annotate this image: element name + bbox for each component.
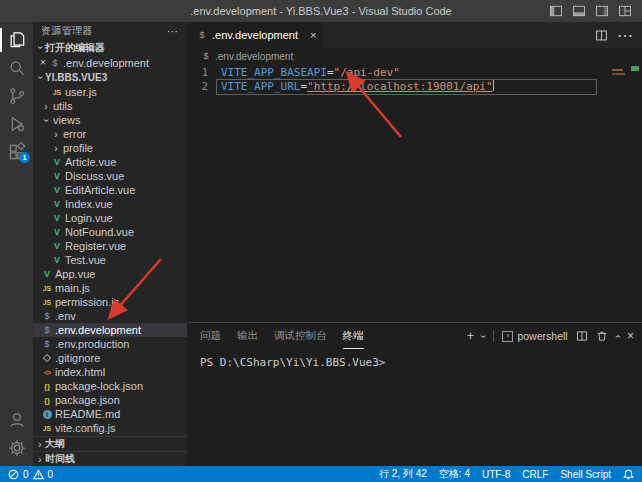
json-icon: {} <box>41 396 53 405</box>
file-name: utils <box>53 100 73 112</box>
toggle-sidebar-icon[interactable] <box>549 5 563 17</box>
file-name: Register.vue <box>65 240 126 252</box>
toggle-panel-icon[interactable] <box>572 5 586 17</box>
file-name: .env.production <box>55 338 129 350</box>
split-terminal-icon[interactable] <box>576 330 588 342</box>
panel-tab-output[interactable]: 输出 <box>237 323 258 349</box>
chevron-right-icon: › <box>51 143 61 154</box>
cursor-position[interactable]: 行 2, 列 42 <box>379 467 427 481</box>
panel-tab-problems[interactable]: 问题 <box>200 323 221 349</box>
search-icon[interactable] <box>0 54 33 82</box>
terminal-profile[interactable]: › powershell <box>502 330 567 342</box>
chevron-right-icon: › <box>35 454 45 465</box>
timeline-section-header[interactable]: › 时间线 <box>33 451 187 466</box>
run-debug-icon[interactable] <box>0 110 33 138</box>
window-title: .env.development - Yi.BBS.Vue3 - Visual … <box>0 5 642 17</box>
status-bar: 0 0 行 2, 列 42 空格: 4 UTF-8 CRLF Shell Scr… <box>0 466 642 482</box>
open-editor-item[interactable]: × $ .env.development <box>33 55 187 70</box>
language-mode[interactable]: Shell Script <box>560 469 611 480</box>
editor-group: $ .env.development × ⋯ $ .env.developmen… <box>187 22 642 466</box>
eol-sequence[interactable]: CRLF <box>522 469 548 480</box>
problems-status[interactable]: 0 0 <box>8 469 53 480</box>
toggle-secondary-sidebar-icon[interactable] <box>595 5 609 17</box>
close-panel-icon[interactable]: × <box>627 329 634 343</box>
settings-gear-icon[interactable] <box>0 434 33 462</box>
code-line[interactable]: 2VITE_APP_URL="http://localhost:19001/ap… <box>187 80 642 94</box>
tree-item[interactable]: <>index.html <box>33 365 187 379</box>
terminal-output[interactable]: PS D:\CSharp\Yi\Yi.BBS.Vue3> <box>187 349 642 369</box>
chevron-down-icon[interactable]: › <box>478 334 489 337</box>
shell-icon: $ <box>196 30 208 40</box>
terminal-profile-label: powershell <box>517 330 567 342</box>
close-icon[interactable]: × <box>310 29 316 41</box>
tree-item[interactable]: VLogin.vue <box>33 211 187 225</box>
line-number: 2 <box>187 80 217 94</box>
code-line[interactable]: 1VITE_APP_BASEAPI="/api-dev" <box>187 66 642 80</box>
explorer-sidebar: 资源管理器 ⋯ › 打开的编辑器 × $ .env.development › … <box>33 22 187 466</box>
vue-icon: V <box>51 213 63 223</box>
tree-item[interactable]: ›views <box>33 113 187 127</box>
extensions-icon[interactable]: 1 <box>0 138 33 166</box>
js-icon: JS <box>41 285 53 292</box>
tree-item[interactable]: JSvite.config.js <box>33 421 187 435</box>
chevron-right-icon: › <box>51 129 61 140</box>
tree-item[interactable]: VNotFound.vue <box>33 225 187 239</box>
tree-item[interactable]: {}package-lock.json <box>33 379 187 393</box>
minimap-line-mark <box>612 73 625 75</box>
tree-item[interactable]: ›error <box>33 127 187 141</box>
customize-layout-icon[interactable] <box>618 5 632 17</box>
notifications-bell-icon[interactable] <box>623 469 634 480</box>
tab-env-development[interactable]: $ .env.development × <box>187 22 323 48</box>
split-editor-icon[interactable] <box>595 29 608 42</box>
project-root-header[interactable]: › YI.BBS.VUE3 <box>33 70 187 85</box>
tree-item[interactable]: JSmain.js <box>33 281 187 295</box>
tree-item[interactable]: $.env.development <box>33 323 187 337</box>
more-actions-icon[interactable]: ⋯ <box>617 26 633 45</box>
file-name: index.html <box>55 366 105 378</box>
tree-item[interactable]: $.env.production <box>33 337 187 351</box>
panel-tab-debug-console[interactable]: 调试控制台 <box>274 323 327 349</box>
tree-item[interactable]: VApp.vue <box>33 267 187 281</box>
main-area: 1 资源管理器 ⋯ › 打开的编辑器 × <box>0 22 642 466</box>
indentation[interactable]: 空格: 4 <box>439 467 470 481</box>
open-editors-header[interactable]: › 打开的编辑器 <box>33 40 187 55</box>
chevron-up-icon[interactable]: › <box>612 334 623 337</box>
tree-item[interactable]: VRegister.vue <box>33 239 187 253</box>
titlebar-layout-controls <box>549 5 642 17</box>
vue-icon: V <box>51 185 63 195</box>
file-name: .env <box>55 310 76 322</box>
tree-item[interactable]: ›profile <box>33 141 187 155</box>
tree-item[interactable]: $.env <box>33 309 187 323</box>
file-name: App.vue <box>55 268 95 280</box>
more-actions-icon[interactable]: ⋯ <box>167 25 179 38</box>
panel-tab-terminal[interactable]: 终端 <box>343 323 364 349</box>
file-name: .env.development <box>55 324 141 336</box>
account-icon[interactable] <box>0 406 33 434</box>
tree-item[interactable]: JSuser.js <box>33 85 187 99</box>
outline-section-header[interactable]: › 大纲 <box>33 436 187 451</box>
tree-item[interactable]: VIndex.vue <box>33 197 187 211</box>
js-icon: JS <box>51 89 63 96</box>
tree-item[interactable]: VTest.vue <box>33 253 187 267</box>
error-count: 0 <box>23 469 29 480</box>
tree-item[interactable]: iREADME.md <box>33 407 187 421</box>
breadcrumb[interactable]: $ .env.development <box>187 48 642 64</box>
minimap[interactable] <box>610 67 628 97</box>
source-control-icon[interactable] <box>0 82 33 110</box>
encoding[interactable]: UTF-8 <box>482 469 510 480</box>
kill-terminal-icon[interactable] <box>596 330 608 342</box>
shell-icon: $ <box>200 51 212 61</box>
tree-item[interactable]: JSpermission.js <box>33 295 187 309</box>
explorer-icon[interactable] <box>0 26 33 54</box>
tree-item[interactable]: VDiscuss.vue <box>33 169 187 183</box>
new-terminal-icon[interactable]: + <box>467 329 474 343</box>
tree-item[interactable]: ›utils <box>33 99 187 113</box>
file-name: README.md <box>55 408 120 420</box>
html-icon: <> <box>41 369 53 376</box>
tree-item[interactable]: VArticle.vue <box>33 155 187 169</box>
tree-item[interactable]: {}package.json <box>33 393 187 407</box>
close-icon[interactable]: × <box>37 57 49 68</box>
tree-item[interactable]: .gitignore <box>33 351 187 365</box>
tree-item[interactable]: VEditArticle.vue <box>33 183 187 197</box>
code-editor[interactable]: 1VITE_APP_BASEAPI="/api-dev"2VITE_APP_UR… <box>187 64 642 322</box>
